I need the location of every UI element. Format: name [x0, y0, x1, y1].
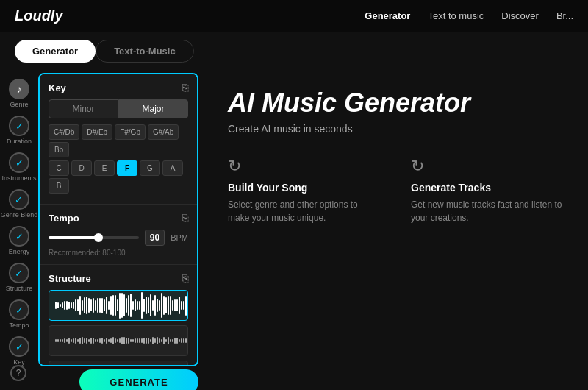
nav-discover[interactable]: Discover — [501, 10, 539, 21]
step-instruments-circle: ✓ — [9, 152, 29, 173]
key-f[interactable]: F — [117, 160, 137, 176]
waveform-bars-1 — [55, 292, 182, 318]
generate-row: GENERATE — [38, 369, 204, 390]
structure-title: Structure — [49, 273, 91, 284]
build-song-title: Build Your Song — [228, 182, 381, 194]
key-copy-icon[interactable]: ⎘ — [182, 82, 188, 93]
tempo-recommended: Recommended: 80-100 — [49, 249, 188, 257]
tempo-header: Tempo ⎘ — [49, 212, 188, 224]
step-duration[interactable]: ✓ Duration — [7, 113, 32, 148]
tempo-unit: BPM — [171, 233, 188, 242]
key-e[interactable]: E — [94, 160, 115, 176]
nav-text-to-music[interactable]: Text to music — [428, 10, 484, 21]
key-mode-minor[interactable]: Minor — [49, 99, 118, 118]
info-cards: ↻ Build Your Song Select genre and other… — [228, 157, 564, 224]
step-structure[interactable]: ✓ Structure — [6, 260, 33, 295]
tempo-slider-track[interactable] — [49, 236, 139, 239]
tabs-row: Generator Text-to-Music — [0, 32, 588, 70]
logo: Loudly — [15, 7, 63, 24]
step-duration-label: Duration — [7, 138, 32, 145]
key-b[interactable]: B — [49, 178, 69, 194]
info-card-build: ↻ Build Your Song Select genre and other… — [228, 157, 381, 224]
step-key[interactable]: ✓ Key — [9, 333, 29, 369]
step-structure-label: Structure — [6, 285, 33, 292]
key-f-sharp[interactable]: F#/Gb — [115, 124, 146, 140]
hero-title: AI Music Generator — [228, 88, 564, 118]
step-energy-circle: ✓ — [9, 226, 29, 247]
right-content: AI Music Generator Create AI music in se… — [204, 70, 588, 390]
key-mode-major[interactable]: Major — [118, 99, 188, 118]
waveform-bars-2 — [55, 337, 182, 345]
step-genre-blend-label: Genre Blend — [1, 211, 38, 219]
step-duration-circle: ✓ — [9, 116, 29, 136]
step-tempo[interactable]: ✓ Tempo — [9, 297, 29, 332]
key-d-sharp[interactable]: D#/Eb — [82, 124, 112, 140]
step-energy[interactable]: ✓ Energy — [9, 223, 30, 258]
step-tempo-circle: ✓ — [9, 299, 29, 320]
build-song-icon: ↻ — [228, 157, 381, 176]
key-c-sharp[interactable]: C#/Db — [49, 124, 79, 140]
step-structure-circle: ✓ — [9, 263, 29, 283]
step-instruments[interactable]: ✓ Instruments — [1, 149, 36, 185]
step-sidebar: ♪ Genre ✓ Duration ✓ Instruments ✓ Genre… — [0, 70, 38, 390]
tempo-title: Tempo — [49, 213, 79, 224]
step-genre-label: Genre — [10, 101, 28, 108]
generate-tracks-title: Generate Tracks — [411, 182, 564, 194]
main-layout: ♪ Genre ✓ Duration ✓ Instruments ✓ Genre… — [0, 70, 588, 390]
nav-generator[interactable]: Generator — [365, 10, 410, 21]
key-c[interactable]: C — [49, 160, 69, 176]
generate-button[interactable]: GENERATE — [79, 369, 198, 390]
step-key-circle: ✓ — [9, 336, 29, 357]
help-button[interactable]: ? — [10, 365, 26, 381]
step-energy-label: Energy — [9, 248, 30, 255]
navbar: Loudly Generator Text to music Discover … — [0, 0, 588, 32]
settings-panel: Key ⎘ Minor Major C#/Db D#/Eb F#/Gb G#/A… — [38, 73, 198, 366]
key-a[interactable]: A — [162, 160, 183, 176]
step-genre[interactable]: ♪ Genre — [9, 76, 29, 111]
tempo-section: Tempo ⎘ 90 BPM Recommended: 80-100 — [40, 205, 197, 265]
key-header: Key ⎘ — [49, 82, 188, 93]
step-genre-circle: ♪ — [9, 79, 29, 99]
key-g-sharp[interactable]: G#/Ab — [148, 124, 179, 140]
structure-copy-icon[interactable]: ⎘ — [182, 272, 188, 284]
generate-tracks-desc: Get new music tracks fast and listen to … — [411, 198, 564, 224]
key-d[interactable]: D — [71, 160, 92, 176]
nav-br[interactable]: Br... — [556, 10, 573, 21]
key-sharps-row: C#/Db D#/Eb F#/Gb G#/Ab Bb — [49, 124, 188, 157]
key-section: Key ⎘ Minor Major C#/Db D#/Eb F#/Gb G#/A… — [40, 74, 197, 205]
structure-option-3[interactable] — [49, 361, 188, 366]
key-mode-row: Minor Major — [49, 99, 188, 118]
build-song-desc: Select genre and other options to make y… — [228, 198, 381, 224]
info-card-generate: ↻ Generate Tracks Get new music tracks f… — [411, 157, 564, 224]
hero-subtitle: Create AI music in seconds — [228, 123, 564, 135]
tempo-controls: 90 BPM — [49, 230, 188, 246]
structure-header: Structure ⎘ — [49, 272, 188, 284]
tempo-copy-icon[interactable]: ⎘ — [182, 212, 188, 224]
tempo-slider-fill — [49, 236, 98, 239]
structure-option-2[interactable] — [49, 325, 188, 356]
structure-option-1[interactable] — [49, 290, 188, 321]
key-bb[interactable]: Bb — [49, 142, 69, 157]
key-naturals-row: C D E F G A B — [49, 160, 188, 194]
tempo-value[interactable]: 90 — [145, 230, 165, 246]
generate-tracks-icon: ↻ — [411, 157, 564, 176]
structure-section: Structure ⎘ — [40, 265, 197, 366]
tab-text-to-music[interactable]: Text-to-Music — [96, 40, 194, 63]
key-g[interactable]: G — [140, 160, 160, 176]
tempo-slider-thumb — [94, 233, 103, 242]
step-genre-blend[interactable]: ✓ Genre Blend — [1, 186, 38, 221]
nav-links: Generator Text to music Discover Br... — [365, 10, 573, 21]
key-title: Key — [49, 82, 66, 93]
step-instruments-label: Instruments — [1, 174, 36, 182]
step-tempo-label: Tempo — [9, 322, 29, 329]
step-genre-blend-circle: ✓ — [9, 189, 29, 210]
tab-generator[interactable]: Generator — [15, 40, 96, 63]
